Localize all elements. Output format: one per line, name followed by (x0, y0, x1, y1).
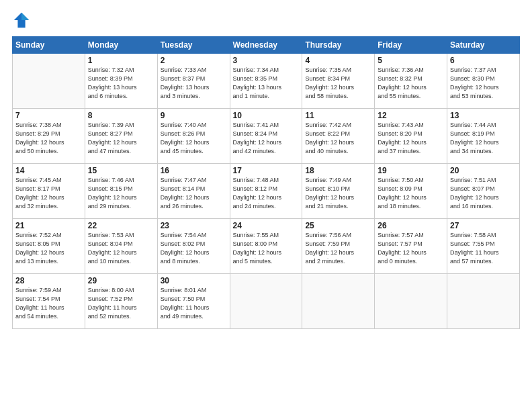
day-info: Sunrise: 7:45 AM Sunset: 8:17 PM Dayligh… (15, 176, 82, 211)
day-info: Sunrise: 7:32 AM Sunset: 8:39 PM Dayligh… (88, 66, 154, 101)
calendar-cell (375, 274, 447, 329)
day-number: 1 (88, 56, 154, 65)
day-info: Sunrise: 7:40 AM Sunset: 8:26 PM Dayligh… (161, 121, 227, 156)
day-info: Sunrise: 7:39 AM Sunset: 8:27 PM Dayligh… (88, 121, 154, 156)
day-info: Sunrise: 7:59 AM Sunset: 7:54 PM Dayligh… (15, 286, 82, 321)
day-number: 20 (450, 166, 517, 175)
day-number: 5 (378, 56, 444, 65)
day-info: Sunrise: 7:47 AM Sunset: 8:14 PM Dayligh… (161, 176, 227, 211)
day-number: 15 (88, 166, 154, 175)
day-number: 10 (233, 111, 300, 120)
calendar-cell: 15Sunrise: 7:46 AM Sunset: 8:15 PM Dayli… (85, 164, 157, 219)
calendar-cell: 18Sunrise: 7:49 AM Sunset: 8:10 PM Dayli… (302, 164, 375, 219)
calendar-cell: 29Sunrise: 8:00 AM Sunset: 7:52 PM Dayli… (85, 274, 157, 329)
calendar-cell: 4Sunrise: 7:35 AM Sunset: 8:34 PM Daylig… (302, 54, 375, 109)
day-info: Sunrise: 7:35 AM Sunset: 8:34 PM Dayligh… (305, 66, 371, 101)
week-row-3: 14Sunrise: 7:45 AM Sunset: 8:17 PM Dayli… (13, 164, 520, 219)
logo (12, 11, 32, 30)
day-info: Sunrise: 8:00 AM Sunset: 7:52 PM Dayligh… (88, 286, 154, 321)
day-number: 12 (378, 111, 444, 120)
logo-icon (12, 11, 31, 30)
calendar-cell: 8Sunrise: 7:39 AM Sunset: 8:27 PM Daylig… (85, 109, 157, 164)
day-number: 7 (15, 111, 82, 120)
calendar-cell: 12Sunrise: 7:43 AM Sunset: 8:20 PM Dayli… (375, 109, 447, 164)
calendar-cell (13, 54, 85, 109)
calendar-table: SundayMondayTuesdayWednesdayThursdayFrid… (12, 36, 520, 329)
calendar-cell: 10Sunrise: 7:41 AM Sunset: 8:24 PM Dayli… (230, 109, 302, 164)
weekday-header-thursday: Thursday (302, 37, 375, 54)
day-number: 30 (161, 276, 227, 285)
day-number: 26 (378, 221, 444, 230)
day-info: Sunrise: 7:36 AM Sunset: 8:32 PM Dayligh… (378, 66, 444, 101)
calendar-cell: 19Sunrise: 7:50 AM Sunset: 8:09 PM Dayli… (375, 164, 447, 219)
calendar-cell (230, 274, 302, 329)
day-number: 24 (233, 221, 300, 230)
day-number: 19 (378, 166, 444, 175)
day-number: 11 (305, 111, 371, 120)
weekday-header-wednesday: Wednesday (230, 37, 302, 54)
weekday-header-monday: Monday (85, 37, 157, 54)
calendar-cell: 16Sunrise: 7:47 AM Sunset: 8:14 PM Dayli… (157, 164, 230, 219)
calendar-cell: 20Sunrise: 7:51 AM Sunset: 8:07 PM Dayli… (447, 164, 520, 219)
day-number: 8 (88, 111, 154, 120)
day-number: 17 (233, 166, 300, 175)
calendar-cell: 28Sunrise: 7:59 AM Sunset: 7:54 PM Dayli… (13, 274, 85, 329)
calendar-cell: 6Sunrise: 7:37 AM Sunset: 8:30 PM Daylig… (447, 54, 520, 109)
calendar-cell: 7Sunrise: 7:38 AM Sunset: 8:29 PM Daylig… (13, 109, 85, 164)
week-row-4: 21Sunrise: 7:52 AM Sunset: 8:05 PM Dayli… (13, 219, 520, 274)
day-info: Sunrise: 7:56 AM Sunset: 7:59 PM Dayligh… (305, 231, 371, 266)
day-info: Sunrise: 7:52 AM Sunset: 8:05 PM Dayligh… (15, 231, 82, 266)
day-info: Sunrise: 7:44 AM Sunset: 8:19 PM Dayligh… (450, 121, 517, 156)
calendar-cell: 23Sunrise: 7:54 AM Sunset: 8:02 PM Dayli… (157, 219, 230, 274)
day-number: 2 (161, 56, 227, 65)
day-info: Sunrise: 7:50 AM Sunset: 8:09 PM Dayligh… (378, 176, 444, 211)
header (12, 11, 520, 30)
calendar-cell: 21Sunrise: 7:52 AM Sunset: 8:05 PM Dayli… (13, 219, 85, 274)
svg-marker-1 (21, 13, 29, 20)
day-number: 25 (305, 221, 371, 230)
calendar-cell (447, 274, 520, 329)
calendar-cell: 9Sunrise: 7:40 AM Sunset: 8:26 PM Daylig… (157, 109, 230, 164)
calendar-cell: 5Sunrise: 7:36 AM Sunset: 8:32 PM Daylig… (375, 54, 447, 109)
day-info: Sunrise: 7:54 AM Sunset: 8:02 PM Dayligh… (161, 231, 227, 266)
week-row-2: 7Sunrise: 7:38 AM Sunset: 8:29 PM Daylig… (13, 109, 520, 164)
calendar-cell: 26Sunrise: 7:57 AM Sunset: 7:57 PM Dayli… (375, 219, 447, 274)
day-info: Sunrise: 7:49 AM Sunset: 8:10 PM Dayligh… (305, 176, 371, 211)
day-info: Sunrise: 7:43 AM Sunset: 8:20 PM Dayligh… (378, 121, 444, 156)
calendar-cell: 17Sunrise: 7:48 AM Sunset: 8:12 PM Dayli… (230, 164, 302, 219)
day-number: 14 (15, 166, 82, 175)
weekday-header-tuesday: Tuesday (157, 37, 230, 54)
calendar-cell: 14Sunrise: 7:45 AM Sunset: 8:17 PM Dayli… (13, 164, 85, 219)
calendar-cell: 13Sunrise: 7:44 AM Sunset: 8:19 PM Dayli… (447, 109, 520, 164)
calendar-cell (302, 274, 375, 329)
day-info: Sunrise: 7:57 AM Sunset: 7:57 PM Dayligh… (378, 231, 444, 266)
day-number: 9 (161, 111, 227, 120)
week-row-5: 28Sunrise: 7:59 AM Sunset: 7:54 PM Dayli… (13, 274, 520, 329)
day-info: Sunrise: 7:38 AM Sunset: 8:29 PM Dayligh… (15, 121, 82, 156)
day-number: 6 (450, 56, 517, 65)
day-info: Sunrise: 7:53 AM Sunset: 8:04 PM Dayligh… (88, 231, 154, 266)
calendar-cell: 30Sunrise: 8:01 AM Sunset: 7:50 PM Dayli… (157, 274, 230, 329)
day-info: Sunrise: 7:37 AM Sunset: 8:30 PM Dayligh… (450, 66, 517, 101)
day-info: Sunrise: 8:01 AM Sunset: 7:50 PM Dayligh… (161, 286, 227, 321)
day-info: Sunrise: 7:41 AM Sunset: 8:24 PM Dayligh… (233, 121, 300, 156)
weekday-header-saturday: Saturday (447, 37, 520, 54)
calendar-cell: 3Sunrise: 7:34 AM Sunset: 8:35 PM Daylig… (230, 54, 302, 109)
day-number: 23 (161, 221, 227, 230)
day-number: 29 (88, 276, 154, 285)
calendar-cell: 1Sunrise: 7:32 AM Sunset: 8:39 PM Daylig… (85, 54, 157, 109)
day-number: 27 (450, 221, 517, 230)
day-info: Sunrise: 7:58 AM Sunset: 7:55 PM Dayligh… (450, 231, 517, 266)
week-row-1: 1Sunrise: 7:32 AM Sunset: 8:39 PM Daylig… (13, 54, 520, 109)
day-number: 22 (88, 221, 154, 230)
day-info: Sunrise: 7:48 AM Sunset: 8:12 PM Dayligh… (233, 176, 300, 211)
calendar-cell: 11Sunrise: 7:42 AM Sunset: 8:22 PM Dayli… (302, 109, 375, 164)
day-number: 3 (233, 56, 300, 65)
day-number: 13 (450, 111, 517, 120)
day-info: Sunrise: 7:55 AM Sunset: 8:00 PM Dayligh… (233, 231, 300, 266)
page: SundayMondayTuesdayWednesdayThursdayFrid… (0, 0, 532, 411)
day-number: 21 (15, 221, 82, 230)
weekday-header-row: SundayMondayTuesdayWednesdayThursdayFrid… (13, 37, 520, 54)
day-number: 28 (15, 276, 82, 285)
calendar-cell: 2Sunrise: 7:33 AM Sunset: 8:37 PM Daylig… (157, 54, 230, 109)
